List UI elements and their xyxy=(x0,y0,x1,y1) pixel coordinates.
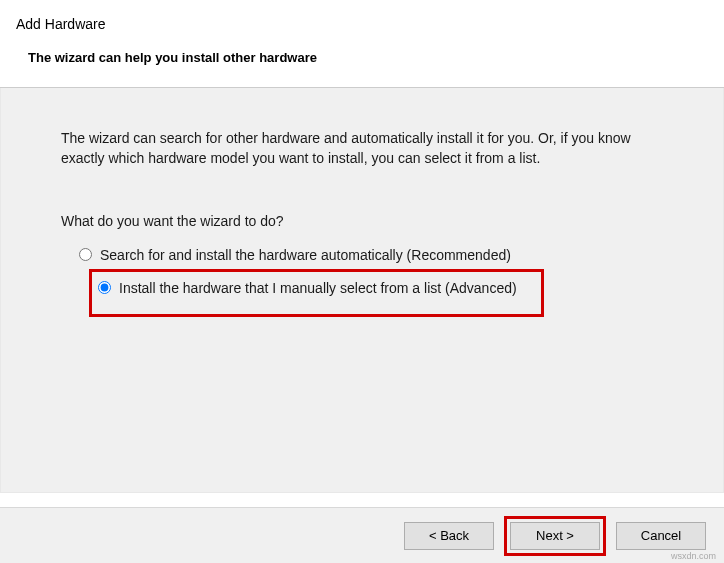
cancel-button[interactable]: Cancel xyxy=(616,522,706,550)
radio-option-auto[interactable]: Search for and install the hardware auto… xyxy=(79,243,663,267)
radio-auto-label: Search for and install the hardware auto… xyxy=(100,247,511,263)
next-button[interactable]: Next > xyxy=(510,522,600,550)
back-button[interactable]: < Back xyxy=(404,522,494,550)
radio-auto-input[interactable] xyxy=(79,248,92,261)
radio-group: Search for and install the hardware auto… xyxy=(79,243,663,317)
radio-option-manual[interactable]: Install the hardware that I manually sel… xyxy=(98,280,535,296)
radio-manual-input[interactable] xyxy=(98,281,111,294)
watermark-text: wsxdn.com xyxy=(671,551,716,561)
highlight-box-manual: Install the hardware that I manually sel… xyxy=(89,269,544,317)
radio-manual-label: Install the hardware that I manually sel… xyxy=(119,280,517,296)
highlight-box-next: Next > xyxy=(504,516,606,556)
wizard-footer: < Back Next > Cancel xyxy=(0,507,724,563)
intro-text: The wizard can search for other hardware… xyxy=(61,128,663,169)
wizard-header: Add Hardware The wizard can help you ins… xyxy=(0,0,724,88)
wizard-subtitle: The wizard can help you install other ha… xyxy=(28,50,704,65)
question-text: What do you want the wizard to do? xyxy=(61,213,663,229)
wizard-body: The wizard can search for other hardware… xyxy=(0,88,724,493)
window-title: Add Hardware xyxy=(16,16,704,32)
